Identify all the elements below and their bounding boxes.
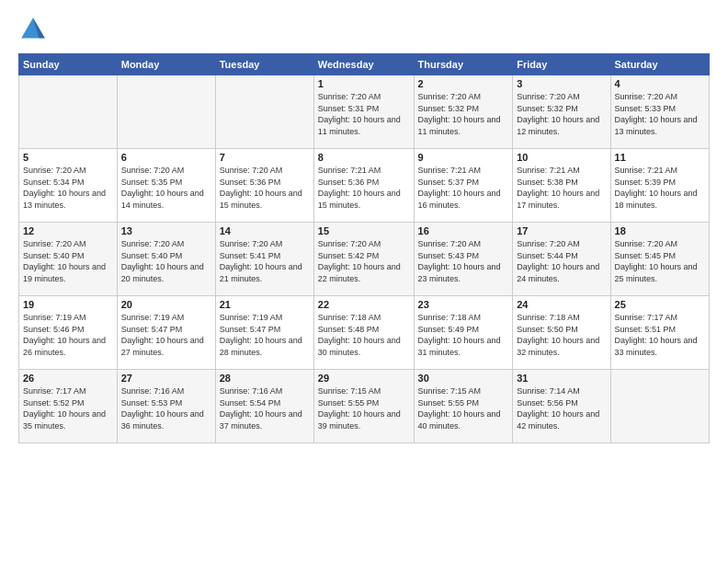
- day-number: 4: [615, 78, 705, 89]
- day-number: 28: [220, 373, 310, 384]
- day-info: Sunrise: 7:16 AM Sunset: 5:53 PM Dayligh…: [121, 385, 211, 431]
- day-number: 23: [418, 299, 509, 310]
- calendar-cell: 7Sunrise: 7:20 AM Sunset: 5:36 PM Daylig…: [215, 149, 313, 223]
- calendar-cell: 5Sunrise: 7:20 AM Sunset: 5:34 PM Daylig…: [19, 149, 118, 223]
- day-number: 31: [517, 373, 606, 384]
- day-number: 11: [615, 152, 705, 163]
- day-number: 10: [517, 152, 606, 163]
- day-info: Sunrise: 7:20 AM Sunset: 5:42 PM Dayligh…: [318, 238, 410, 284]
- calendar-cell: 26Sunrise: 7:17 AM Sunset: 5:52 PM Dayli…: [19, 370, 118, 443]
- week-row-2: 5Sunrise: 7:20 AM Sunset: 5:34 PM Daylig…: [19, 149, 710, 223]
- day-info: Sunrise: 7:19 AM Sunset: 5:46 PM Dayligh…: [23, 312, 113, 358]
- calendar-cell: 9Sunrise: 7:21 AM Sunset: 5:37 PM Daylig…: [414, 149, 513, 223]
- calendar-cell: 30Sunrise: 7:15 AM Sunset: 5:55 PM Dayli…: [414, 370, 513, 443]
- calendar-cell: 3Sunrise: 7:20 AM Sunset: 5:32 PM Daylig…: [513, 75, 610, 149]
- day-info: Sunrise: 7:21 AM Sunset: 5:39 PM Dayligh…: [615, 165, 705, 211]
- logo-icon: [18, 15, 48, 44]
- day-header-tuesday: Tuesday: [215, 54, 313, 75]
- calendar-cell: 23Sunrise: 7:18 AM Sunset: 5:49 PM Dayli…: [414, 296, 513, 370]
- day-number: 24: [517, 299, 606, 310]
- day-info: Sunrise: 7:20 AM Sunset: 5:41 PM Dayligh…: [220, 238, 310, 284]
- day-number: 19: [23, 299, 113, 310]
- day-info: Sunrise: 7:19 AM Sunset: 5:47 PM Dayligh…: [121, 312, 211, 358]
- day-info: Sunrise: 7:20 AM Sunset: 5:33 PM Dayligh…: [615, 91, 705, 137]
- day-info: Sunrise: 7:20 AM Sunset: 5:31 PM Dayligh…: [318, 91, 410, 137]
- calendar-cell: 17Sunrise: 7:20 AM Sunset: 5:44 PM Dayli…: [513, 223, 610, 296]
- day-number: 27: [121, 373, 211, 384]
- calendar-cell: 4Sunrise: 7:20 AM Sunset: 5:33 PM Daylig…: [610, 75, 709, 149]
- day-info: Sunrise: 7:20 AM Sunset: 5:43 PM Dayligh…: [418, 238, 509, 284]
- week-row-1: 1Sunrise: 7:20 AM Sunset: 5:31 PM Daylig…: [19, 75, 710, 149]
- calendar-cell: 6Sunrise: 7:20 AM Sunset: 5:35 PM Daylig…: [117, 149, 215, 223]
- calendar-cell: 19Sunrise: 7:19 AM Sunset: 5:46 PM Dayli…: [19, 296, 118, 370]
- calendar-cell: 16Sunrise: 7:20 AM Sunset: 5:43 PM Dayli…: [414, 223, 513, 296]
- day-header-friday: Friday: [513, 54, 610, 75]
- calendar-cell: [215, 75, 313, 149]
- calendar-cell: 22Sunrise: 7:18 AM Sunset: 5:48 PM Dayli…: [313, 296, 414, 370]
- day-header-thursday: Thursday: [414, 54, 513, 75]
- day-number: 3: [517, 78, 606, 89]
- calendar-cell: 28Sunrise: 7:16 AM Sunset: 5:54 PM Dayli…: [215, 370, 313, 443]
- calendar-cell: 12Sunrise: 7:20 AM Sunset: 5:40 PM Dayli…: [19, 223, 118, 296]
- day-number: 18: [615, 225, 705, 236]
- day-info: Sunrise: 7:20 AM Sunset: 5:36 PM Dayligh…: [220, 165, 310, 211]
- day-info: Sunrise: 7:17 AM Sunset: 5:51 PM Dayligh…: [615, 312, 705, 358]
- header: [18, 15, 710, 44]
- page: SundayMondayTuesdayWednesdayThursdayFrid…: [0, 0, 728, 563]
- calendar-cell: 21Sunrise: 7:19 AM Sunset: 5:47 PM Dayli…: [215, 296, 313, 370]
- day-info: Sunrise: 7:18 AM Sunset: 5:49 PM Dayligh…: [418, 312, 509, 358]
- day-info: Sunrise: 7:20 AM Sunset: 5:44 PM Dayligh…: [517, 238, 606, 284]
- day-number: 13: [121, 225, 211, 236]
- calendar-cell: 14Sunrise: 7:20 AM Sunset: 5:41 PM Dayli…: [215, 223, 313, 296]
- day-info: Sunrise: 7:20 AM Sunset: 5:35 PM Dayligh…: [121, 165, 211, 211]
- calendar-cell: 8Sunrise: 7:21 AM Sunset: 5:36 PM Daylig…: [313, 149, 414, 223]
- calendar-cell: 20Sunrise: 7:19 AM Sunset: 5:47 PM Dayli…: [117, 296, 215, 370]
- week-row-5: 26Sunrise: 7:17 AM Sunset: 5:52 PM Dayli…: [19, 370, 710, 443]
- day-info: Sunrise: 7:21 AM Sunset: 5:36 PM Dayligh…: [318, 165, 410, 211]
- day-number: 17: [517, 225, 606, 236]
- calendar-cell: 27Sunrise: 7:16 AM Sunset: 5:53 PM Dayli…: [117, 370, 215, 443]
- day-info: Sunrise: 7:20 AM Sunset: 5:40 PM Dayligh…: [121, 238, 211, 284]
- day-number: 16: [418, 225, 509, 236]
- day-number: 9: [418, 152, 509, 163]
- calendar-cell: 15Sunrise: 7:20 AM Sunset: 5:42 PM Dayli…: [313, 223, 414, 296]
- calendar-cell: 29Sunrise: 7:15 AM Sunset: 5:55 PM Dayli…: [313, 370, 414, 443]
- day-info: Sunrise: 7:16 AM Sunset: 5:54 PM Dayligh…: [220, 385, 310, 431]
- day-info: Sunrise: 7:21 AM Sunset: 5:37 PM Dayligh…: [418, 165, 509, 211]
- calendar-cell: 25Sunrise: 7:17 AM Sunset: 5:51 PM Dayli…: [610, 296, 709, 370]
- logo: [18, 15, 51, 44]
- day-number: 22: [318, 299, 410, 310]
- day-info: Sunrise: 7:19 AM Sunset: 5:47 PM Dayligh…: [220, 312, 310, 358]
- day-number: 7: [220, 152, 310, 163]
- calendar-cell: [117, 75, 215, 149]
- calendar-header-row: SundayMondayTuesdayWednesdayThursdayFrid…: [19, 54, 710, 75]
- day-number: 14: [220, 225, 310, 236]
- day-info: Sunrise: 7:20 AM Sunset: 5:32 PM Dayligh…: [418, 91, 509, 137]
- day-info: Sunrise: 7:20 AM Sunset: 5:32 PM Dayligh…: [517, 91, 606, 137]
- day-number: 8: [318, 152, 410, 163]
- day-number: 20: [121, 299, 211, 310]
- day-number: 2: [418, 78, 509, 89]
- calendar-cell: 13Sunrise: 7:20 AM Sunset: 5:40 PM Dayli…: [117, 223, 215, 296]
- calendar-cell: 18Sunrise: 7:20 AM Sunset: 5:45 PM Dayli…: [610, 223, 709, 296]
- calendar-cell: 31Sunrise: 7:14 AM Sunset: 5:56 PM Dayli…: [513, 370, 610, 443]
- day-number: 15: [318, 225, 410, 236]
- day-info: Sunrise: 7:20 AM Sunset: 5:45 PM Dayligh…: [615, 238, 705, 284]
- day-info: Sunrise: 7:20 AM Sunset: 5:40 PM Dayligh…: [23, 238, 113, 284]
- week-row-4: 19Sunrise: 7:19 AM Sunset: 5:46 PM Dayli…: [19, 296, 710, 370]
- day-info: Sunrise: 7:21 AM Sunset: 5:38 PM Dayligh…: [517, 165, 606, 211]
- day-header-monday: Monday: [117, 54, 215, 75]
- calendar-cell: 11Sunrise: 7:21 AM Sunset: 5:39 PM Dayli…: [610, 149, 709, 223]
- calendar-cell: 24Sunrise: 7:18 AM Sunset: 5:50 PM Dayli…: [513, 296, 610, 370]
- calendar-cell: 1Sunrise: 7:20 AM Sunset: 5:31 PM Daylig…: [313, 75, 414, 149]
- calendar-cell: 10Sunrise: 7:21 AM Sunset: 5:38 PM Dayli…: [513, 149, 610, 223]
- day-info: Sunrise: 7:18 AM Sunset: 5:50 PM Dayligh…: [517, 312, 606, 358]
- week-row-3: 12Sunrise: 7:20 AM Sunset: 5:40 PM Dayli…: [19, 223, 710, 296]
- day-info: Sunrise: 7:14 AM Sunset: 5:56 PM Dayligh…: [517, 385, 606, 431]
- day-number: 5: [23, 152, 113, 163]
- day-info: Sunrise: 7:20 AM Sunset: 5:34 PM Dayligh…: [23, 165, 113, 211]
- day-header-sunday: Sunday: [19, 54, 118, 75]
- day-info: Sunrise: 7:15 AM Sunset: 5:55 PM Dayligh…: [318, 385, 410, 431]
- day-header-wednesday: Wednesday: [313, 54, 414, 75]
- calendar-cell: [610, 370, 709, 443]
